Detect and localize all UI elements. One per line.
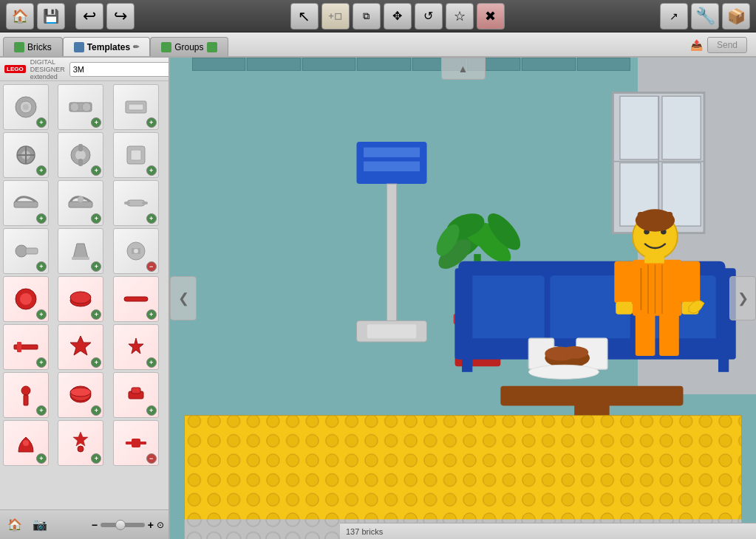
svg-rect-14	[78, 144, 83, 151]
red-part-item[interactable]: +	[113, 324, 159, 370]
svg-point-36	[21, 386, 30, 395]
red-part-item[interactable]: +	[58, 420, 103, 466]
svg-rect-15	[78, 159, 83, 166]
paint-button[interactable]: ☆	[446, 3, 474, 30]
red-part-item[interactable]: +	[113, 372, 159, 418]
part-item[interactable]: +	[58, 132, 103, 178]
right-action1-button[interactable]: ↗	[660, 3, 688, 30]
zoom-plus-icon[interactable]: +	[148, 519, 154, 531]
zoom-track[interactable]	[101, 523, 145, 527]
part-badge: +	[36, 405, 47, 416]
red-part-item[interactable]: +	[3, 276, 49, 322]
part-item[interactable]: +	[58, 180, 103, 226]
delete-button[interactable]: ✖	[477, 3, 505, 30]
right-action2-button[interactable]: 🔧	[691, 3, 719, 30]
nav-arrow-top[interactable]: ▲	[441, 58, 486, 80]
bottom-icons: 🏠 📷	[4, 515, 50, 535]
ceiling-tile	[577, 58, 630, 71]
groups-tab-icon2	[207, 42, 217, 52]
svg-rect-23	[142, 202, 148, 205]
add-brick-button[interactable]: +◻	[321, 3, 350, 30]
templates-tab-icon	[74, 42, 84, 52]
part-item[interactable]: −	[113, 228, 159, 274]
part-badge: +	[91, 165, 101, 176]
tab-bricks[interactable]: Bricks	[3, 37, 63, 56]
right-action3-button[interactable]: 📦	[722, 3, 750, 30]
templates-tab-edit-icon: ✏	[133, 43, 139, 51]
ceiling-tiles	[192, 58, 630, 71]
part-badge: +	[91, 357, 101, 368]
groups-tab-icon	[161, 42, 171, 52]
search-input[interactable]	[69, 62, 170, 77]
svg-rect-19	[69, 202, 92, 207]
ceiling-tile	[522, 58, 575, 71]
part-item[interactable]: +	[58, 84, 103, 130]
select-tool-button[interactable]: ↖	[290, 3, 319, 30]
tab-templates[interactable]: Templates ✏	[63, 37, 150, 56]
red-part-item[interactable]: +	[113, 276, 159, 322]
svg-rect-25	[26, 248, 38, 254]
parts-grid: + + +	[0, 81, 168, 509]
part-badge: +	[146, 117, 157, 128]
part-badge: −	[146, 261, 157, 272]
bricks-tab-icon	[14, 42, 24, 52]
red-part-item[interactable]: +	[3, 372, 49, 418]
brick-count: 137 bricks	[346, 527, 383, 536]
ceiling-tile	[357, 58, 410, 71]
part-item[interactable]: +	[113, 132, 159, 178]
redo-button[interactable]: ↪	[106, 3, 134, 30]
part-badge: +	[36, 453, 47, 464]
nav-arrow-right[interactable]: ❯	[729, 276, 756, 320]
ceiling-tile	[192, 58, 245, 71]
part-badge: +	[36, 165, 47, 176]
send-icon: 📤	[690, 39, 703, 51]
send-button[interactable]: Send	[707, 37, 747, 53]
svg-point-4	[70, 103, 79, 111]
clone-button[interactable]: ⧉	[353, 3, 381, 30]
part-badge: +	[146, 357, 157, 368]
red-part-item[interactable]: +	[58, 276, 103, 322]
undo-button[interactable]: ↩	[75, 3, 103, 30]
red-part-item[interactable]: +	[3, 420, 49, 466]
svg-point-2	[23, 104, 29, 110]
svg-rect-42	[132, 388, 140, 394]
bricks-tab-label: Bricks	[27, 42, 52, 52]
part-badge: +	[146, 405, 157, 416]
part-item[interactable]: +	[3, 228, 49, 274]
red-part-item[interactable]: +	[3, 324, 49, 370]
part-badge: +	[91, 453, 101, 464]
svg-rect-26	[72, 257, 89, 260]
nav-arrow-left[interactable]: ❮	[170, 276, 197, 320]
toolbar: 🏠 💾 ↩ ↪ ↖ +◻ ⧉ ✥ ↺ ☆ ✖ ↗ 🔧 📦	[0, 0, 756, 32]
part-badge: +	[91, 213, 101, 224]
red-part-item[interactable]: +	[58, 372, 103, 418]
part-item[interactable]: +	[113, 84, 159, 130]
zoom-thumb[interactable]	[115, 520, 126, 530]
part-item[interactable]: +	[58, 228, 103, 274]
home-button[interactable]: 🏠	[6, 3, 34, 30]
part-badge: −	[146, 453, 157, 464]
part-badge: +	[91, 117, 101, 128]
red-part-item[interactable]: +	[58, 324, 103, 370]
part-item[interactable]: +	[3, 132, 49, 178]
part-item[interactable]: +	[113, 180, 159, 226]
panel-home-button[interactable]: 🏠	[4, 515, 25, 535]
red-part-item[interactable]: −	[113, 420, 159, 466]
nav-tabs: Bricks Templates ✏ Groups 📤 Send	[0, 32, 756, 58]
part-badge: +	[36, 117, 47, 128]
left-panel: LEGO DIGITAL DESIGNER extended ✕ » +	[0, 58, 170, 539]
tab-groups[interactable]: Groups	[150, 37, 228, 56]
zoom-control: − + ⊙	[92, 519, 164, 531]
zoom-minus-icon[interactable]: −	[92, 519, 98, 531]
svg-rect-106	[185, 416, 742, 539]
rotate-button[interactable]: ↺	[415, 3, 443, 30]
part-badge: +	[91, 261, 101, 272]
save-button[interactable]: 💾	[37, 3, 65, 30]
svg-point-40	[70, 388, 91, 396]
part-item[interactable]: +	[3, 180, 49, 226]
zoom-reset-icon[interactable]: ⊙	[157, 520, 164, 530]
move-button[interactable]: ✥	[384, 3, 412, 30]
panel-camera-button[interactable]: 📷	[30, 515, 50, 535]
part-item[interactable]: +	[3, 84, 49, 130]
svg-rect-33	[124, 297, 148, 301]
